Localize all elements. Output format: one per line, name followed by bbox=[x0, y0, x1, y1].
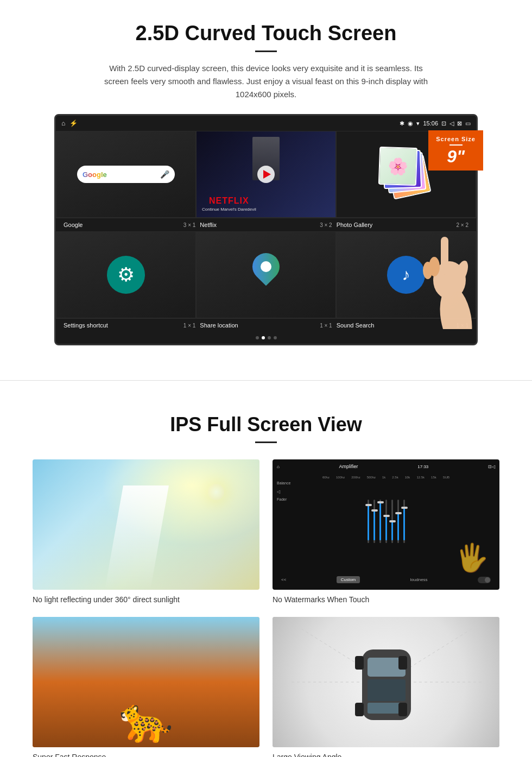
sunlight-caption: No light reflecting under 360° direct su… bbox=[33, 595, 259, 604]
car-caption: Large Viewing Angle bbox=[273, 753, 499, 757]
feature-car: Large Viewing Angle bbox=[273, 617, 499, 757]
share-label-cell: Share location 1 × 1 bbox=[198, 322, 334, 329]
netflix-app-size: 3 × 2 bbox=[320, 222, 332, 228]
settings-icon-circle: ⚙ bbox=[107, 256, 145, 294]
title-divider bbox=[255, 51, 277, 52]
camera-icon: ⊡ bbox=[441, 120, 446, 127]
settings-label-cell: Settings shortcut 1 × 1 bbox=[61, 322, 198, 329]
svg-point-4 bbox=[423, 262, 433, 279]
svg-rect-13 bbox=[398, 703, 407, 716]
feature-image-sunlight bbox=[33, 459, 259, 590]
netflix-label: NETFLIX Continue Marvel's Daredevil bbox=[202, 196, 256, 212]
cheetah-caption: Super Fast Response bbox=[33, 753, 259, 757]
battery-icon: ⊠ bbox=[457, 120, 462, 127]
section1-title: 2.5D Curved Touch Screen bbox=[33, 22, 499, 45]
home-icon[interactable]: ⌂ bbox=[61, 119, 65, 127]
settings-app-size: 1 × 1 bbox=[183, 323, 196, 329]
feature-image-cheetah: 🐆 bbox=[33, 617, 259, 747]
amplifier-caption: No Watermarks When Touch bbox=[273, 595, 499, 604]
google-mic-icon[interactable]: 🎤 bbox=[160, 170, 169, 179]
dot-3 bbox=[268, 336, 271, 339]
netflix-subtitle: Continue Marvel's Daredevil bbox=[202, 207, 256, 212]
amp-title: Amplifier bbox=[339, 464, 358, 469]
netflix-app-name: Netflix bbox=[200, 222, 217, 228]
google-app-cell[interactable]: Google 🎤 bbox=[56, 131, 196, 218]
usb-icon: ⚡ bbox=[69, 119, 78, 127]
status-bar: ⌂ ⚡ ✱ ◉ ▾ 15:06 ⊡ ◁ ⊠ ▭ bbox=[56, 116, 476, 131]
device-wrapper: Screen Size 9" ⌂ ⚡ ✱ ◉ ▾ 15:06 ⊡ ◁ ⊠ bbox=[54, 114, 478, 345]
svg-rect-10 bbox=[355, 656, 364, 670]
section2-divider bbox=[255, 441, 277, 443]
google-app-name: Google bbox=[64, 222, 83, 228]
share-location-cell[interactable] bbox=[196, 231, 336, 318]
amp-time: 17:33 bbox=[417, 464, 428, 469]
sound-app-name: Sound Search bbox=[337, 322, 375, 329]
amplifier-visual: ⌂ Amplifier 17:33 ⊡◁ 60hz100hz200hz500hz… bbox=[273, 459, 499, 590]
share-app-name: Share location bbox=[200, 322, 238, 329]
amp-icons: ⊡◁ bbox=[488, 464, 495, 469]
feature-sunlight: No light reflecting under 360° direct su… bbox=[33, 459, 259, 604]
settings-app-cell[interactable]: ⚙ bbox=[56, 231, 196, 318]
svg-rect-11 bbox=[398, 656, 407, 670]
pagination-dots bbox=[56, 332, 476, 344]
flower-icon: 🌸 bbox=[388, 156, 408, 176]
dot-2-active bbox=[262, 336, 265, 339]
amp-bars: 60hz100hz200hz500hz1k2.5k10k12.5k15kSUB … bbox=[277, 472, 495, 543]
google-app-size: 3 × 1 bbox=[183, 222, 196, 228]
dot-1 bbox=[256, 336, 259, 339]
badge-divider bbox=[449, 144, 463, 146]
screen-size-badge: Screen Size 9" bbox=[428, 130, 483, 171]
section-divider bbox=[0, 380, 532, 381]
settings-gear-icon: ⚙ bbox=[117, 263, 135, 286]
cheetah-visual: 🐆 bbox=[33, 617, 259, 747]
sunlight-visual bbox=[33, 459, 259, 590]
status-left: ⌂ ⚡ bbox=[61, 119, 78, 127]
svg-rect-12 bbox=[355, 703, 364, 716]
bluetooth-icon: ✱ bbox=[400, 120, 404, 127]
play-button[interactable] bbox=[257, 166, 275, 183]
feature-image-car bbox=[273, 617, 499, 747]
badge-size: 9" bbox=[436, 148, 476, 165]
badge-label: Screen Size bbox=[436, 136, 476, 142]
section-ips: IPS Full Screen View No light reflecting… bbox=[0, 397, 532, 757]
section-curved: 2.5D Curved Touch Screen With 2.5D curve… bbox=[0, 0, 532, 364]
play-triangle-icon bbox=[263, 170, 271, 179]
wifi-icon: ▾ bbox=[416, 120, 420, 127]
netflix-logo-text: NETFLIX bbox=[202, 196, 256, 206]
google-search-bar[interactable]: Google 🎤 bbox=[77, 166, 175, 183]
window-icon: ▭ bbox=[465, 120, 471, 127]
netflix-label-cell: Netflix 3 × 2 bbox=[198, 222, 334, 228]
share-app-size: 1 × 1 bbox=[320, 323, 332, 329]
svg-rect-8 bbox=[368, 679, 406, 701]
dot-4 bbox=[274, 336, 277, 339]
svg-rect-2 bbox=[441, 237, 448, 275]
gallery-app-name: Photo Gallery bbox=[337, 222, 373, 228]
feature-amplifier: ⌂ Amplifier 17:33 ⊡◁ 60hz100hz200hz500hz… bbox=[273, 459, 499, 604]
feature-grid: No light reflecting under 360° direct su… bbox=[33, 459, 499, 757]
netflix-app-cell[interactable]: NETFLIX Continue Marvel's Daredevil bbox=[196, 131, 336, 218]
hand-overlay bbox=[402, 177, 489, 329]
feature-cheetah: 🐆 Super Fast Response bbox=[33, 617, 259, 757]
settings-app-name: Settings shortcut bbox=[64, 322, 108, 329]
amp-home-icon: ⌂ bbox=[277, 464, 280, 469]
car-visual bbox=[273, 617, 499, 747]
google-label-cell: Google 3 × 1 bbox=[61, 222, 198, 228]
section1-description: With 2.5D curved-display screen, this de… bbox=[98, 62, 434, 101]
volume-icon: ◁ bbox=[449, 120, 454, 127]
section2-title: IPS Full Screen View bbox=[33, 413, 499, 436]
google-logo: Google bbox=[83, 171, 107, 179]
status-right: ✱ ◉ ▾ 15:06 ⊡ ◁ ⊠ ▭ bbox=[400, 120, 471, 127]
status-time: 15:06 bbox=[423, 120, 438, 127]
location-icon: ◉ bbox=[408, 120, 413, 127]
feature-image-amplifier: ⌂ Amplifier 17:33 ⊡◁ 60hz100hz200hz500hz… bbox=[273, 459, 499, 590]
amp-header: ⌂ Amplifier 17:33 ⊡◁ bbox=[277, 464, 495, 469]
